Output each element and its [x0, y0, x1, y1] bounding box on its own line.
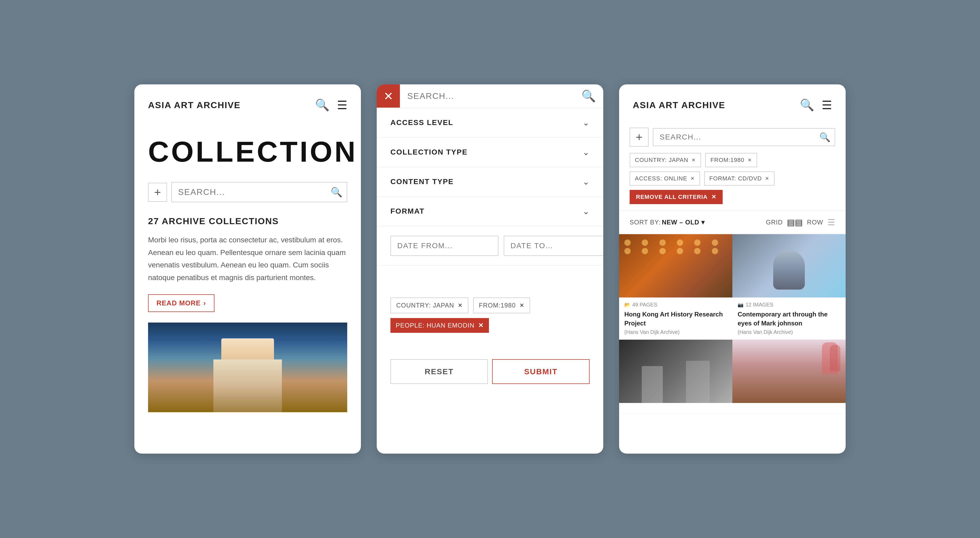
- filter-tags-row-s3: COUNTRY: JAPAN ✕ FROM:1980 ✕: [630, 153, 835, 167]
- chip-remove-country[interactable]: ✕: [692, 157, 696, 163]
- screen2-header: ✕ 🔍: [377, 85, 603, 108]
- sort-by-group: SORT BY: NEW – OLD ▾: [630, 219, 705, 226]
- result-thumb-0: [619, 234, 732, 297]
- screen1-card: ASIA ART ARCHIVE 🔍 ☰ COLLECTION + 🔍 27 A…: [134, 85, 361, 453]
- remove-all-icon: ✕: [711, 193, 716, 200]
- add-button-s1[interactable]: +: [148, 183, 167, 202]
- action-row-s2: RESET SUBMIT: [377, 349, 603, 394]
- menu-icon-s1[interactable]: ☰: [337, 98, 347, 112]
- reset-button[interactable]: RESET: [390, 359, 488, 384]
- filter-tag-country: COUNTRY: JAPAN ✕: [390, 297, 468, 313]
- search-icon-s3[interactable]: 🔍: [800, 98, 814, 112]
- screen3-search-row: + 🔍: [630, 128, 835, 147]
- tag-remove-country[interactable]: ✕: [458, 302, 463, 308]
- search-bar-s2: ✕ 🔍: [377, 85, 603, 108]
- search-input-s2[interactable]: [400, 85, 574, 107]
- result-type-label-0: 49 PAGES: [632, 302, 657, 308]
- chevron-collection: ⌄: [582, 147, 590, 157]
- filter-format[interactable]: FORMAT ⌄: [377, 197, 603, 226]
- menu-icon-s3[interactable]: ☰: [822, 98, 832, 112]
- result-type-label-1: 12 IMAGES: [746, 302, 773, 308]
- add-button-s3[interactable]: +: [630, 128, 649, 147]
- read-more-button[interactable]: READ MORE ›: [148, 294, 215, 312]
- filter-section: ACCESS LEVEL ⌄ COLLECTION TYPE ⌄ CONTENT…: [377, 108, 603, 266]
- chevron-format: ⌄: [582, 206, 590, 216]
- brand-logo-s3: ASIA ART ARCHIVE: [633, 100, 725, 110]
- result-type-1: 📷 12 IMAGES: [738, 302, 840, 308]
- filter-access-level[interactable]: ACCESS LEVEL ⌄: [377, 108, 603, 138]
- grid-view-button[interactable]: ▤▤: [787, 217, 803, 227]
- sort-by-value[interactable]: NEW – OLD ▾: [662, 219, 705, 226]
- date-to-input[interactable]: [504, 236, 603, 256]
- screen3-header: ASIA ART ARCHIVE 🔍 ☰: [619, 85, 846, 121]
- screen3-search-area: + 🔍 COUNTRY: JAPAN ✕ FROM:1980 ✕ ACCE: [619, 121, 846, 211]
- search-submit-s1[interactable]: 🔍: [331, 187, 342, 198]
- header-icons-s3: 🔍 ☰: [800, 98, 832, 112]
- screen3-card: ASIA ART ARCHIVE 🔍 ☰ + 🔍 COUNTRY: JAPAN …: [619, 85, 846, 453]
- filter-collection-type[interactable]: COLLECTION TYPE ⌄: [377, 138, 603, 167]
- search-icon-s1[interactable]: 🔍: [315, 98, 329, 112]
- close-search-button[interactable]: ✕: [377, 85, 400, 108]
- result-meta-2: [619, 403, 732, 414]
- filter-label-format: FORMAT: [390, 207, 425, 216]
- archive-count: 27 ARCHIVE COLLECTIONS: [148, 216, 347, 226]
- row-view-button[interactable]: ☰: [827, 217, 835, 227]
- sort-by-label: SORT BY:: [630, 219, 661, 226]
- result-meta-1: 📷 12 IMAGES Contemporary art through the…: [732, 297, 846, 340]
- result-meta-3: [732, 403, 846, 414]
- chip-label-format: FORMAT: CD/DVD: [710, 175, 762, 182]
- active-filters-s2: COUNTRY: JAPAN ✕ FROM:1980 ✕ PEOPLE: HUA…: [377, 287, 603, 343]
- remove-all-criteria-button[interactable]: REMOVE ALL CRITERIA ✕: [630, 190, 722, 204]
- screen2-card: ✕ 🔍 ACCESS LEVEL ⌄ COLLECTION TYPE ⌄ CON…: [377, 85, 603, 453]
- chip-format: FORMAT: CD/DVD ✕: [704, 171, 775, 186]
- result-thumb-1: [732, 234, 846, 297]
- submit-button[interactable]: SUBMIT: [492, 359, 590, 384]
- grid-label: GRID: [766, 219, 783, 226]
- filter-tag-people: PEOPLE: HUAN EMODIN ✕: [390, 318, 489, 333]
- search-icon-s3-btn[interactable]: 🔍: [819, 132, 830, 142]
- result-subtitle-1: (Hans Van Dijk Archive): [738, 329, 840, 335]
- filter-label-content: CONTENT TYPE: [390, 177, 453, 186]
- chip-access: ACCESS: ONLINE ✕: [630, 171, 700, 186]
- result-item-2: [619, 340, 732, 414]
- archive-hero-image: [148, 322, 347, 412]
- sort-grid-row: SORT BY: NEW – OLD ▾ GRID ▤▤ ROW ☰: [619, 211, 846, 234]
- tag-label-country: COUNTRY: JAPAN: [396, 302, 454, 309]
- brand-logo-s1: ASIA ART ARCHIVE: [148, 100, 240, 110]
- search-input-s3[interactable]: [653, 128, 835, 146]
- result-item-0: 📂 49 PAGES Hong Kong Art History Researc…: [619, 234, 732, 340]
- chip-remove-access[interactable]: ✕: [690, 176, 695, 182]
- chevron-content: ⌄: [582, 177, 590, 187]
- chevron-access: ⌄: [582, 118, 590, 128]
- results-grid: 📂 49 PAGES Hong Kong Art History Researc…: [619, 234, 846, 414]
- chip-from: FROM:1980 ✕: [705, 153, 757, 167]
- filter-tag-from: FROM:1980 ✕: [473, 297, 530, 313]
- date-range-row: [377, 226, 603, 266]
- screen1-header: ASIA ART ARCHIVE 🔍 ☰: [134, 85, 361, 121]
- row-label: ROW: [807, 219, 823, 226]
- chip-country: COUNTRY: JAPAN ✕: [630, 153, 701, 167]
- result-thumb-2: [619, 340, 732, 403]
- result-thumb-3: [732, 340, 846, 403]
- search-input-wrapper-s3: 🔍: [653, 128, 835, 146]
- search-row-s1: + 🔍: [148, 182, 347, 202]
- tag-remove-people[interactable]: ✕: [478, 322, 484, 329]
- chip-remove-format[interactable]: ✕: [765, 176, 769, 182]
- result-title-1: Contemporary art through the eyes of Mar…: [738, 310, 840, 327]
- tag-remove-from[interactable]: ✕: [520, 302, 524, 308]
- result-item-1: 📷 12 IMAGES Contemporary art through the…: [732, 234, 846, 340]
- tag-label-from: FROM:1980: [479, 302, 516, 309]
- date-from-input[interactable]: [390, 236, 498, 256]
- chip-remove-from[interactable]: ✕: [748, 157, 752, 163]
- remove-all-label: REMOVE ALL CRITERIA: [636, 193, 708, 200]
- search-wrapper-s1: 🔍: [171, 182, 347, 202]
- header-icons-s1: 🔍 ☰: [315, 98, 347, 112]
- search-icon-s2[interactable]: 🔍: [574, 89, 603, 103]
- search-input-s1[interactable]: [171, 182, 347, 202]
- tag-label-people: PEOPLE: HUAN EMODIN: [396, 322, 474, 329]
- collection-title: COLLECTION: [148, 137, 347, 166]
- read-more-arrow: ›: [204, 299, 206, 307]
- result-meta-0: 📂 49 PAGES Hong Kong Art History Researc…: [619, 297, 732, 340]
- read-more-label: READ MORE: [156, 299, 201, 307]
- filter-content-type[interactable]: CONTENT TYPE ⌄: [377, 167, 603, 197]
